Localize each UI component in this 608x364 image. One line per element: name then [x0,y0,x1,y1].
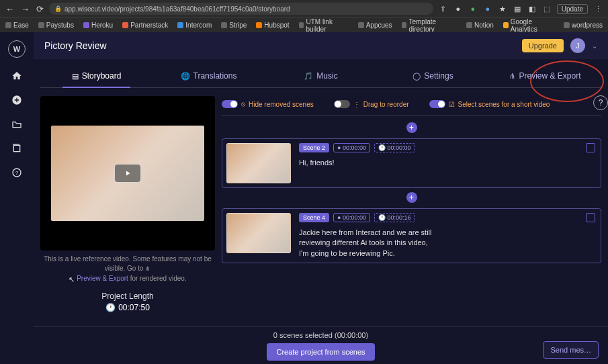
tab-preview-export[interactable]: ⋔Preview & Export [489,64,601,87]
home-icon[interactable] [11,70,23,82]
bookmark-item[interactable]: Template directory [402,18,457,33]
browser-menu-icon[interactable]: ⋮ [593,4,603,13]
globe-icon: 🌐 [181,72,190,81]
bookmark-item[interactable]: Google Analytics [503,18,554,33]
back-button[interactable]: ← [5,4,14,14]
preview-video [40,96,215,251]
bookmarks-bar: Ease Paystubs Heroku Partnerstack Interc… [0,17,608,32]
svg-rect-1 [13,145,19,151]
bookmark-item[interactable]: wordpress [564,21,603,29]
scenes-selected-label: 0 scenes selected (00:00:00) [273,331,368,339]
create-project-button[interactable]: Create project from scenes [267,343,374,361]
share-icon[interactable]: ⇧ [439,4,448,13]
checkbox-icon: ☑ [449,101,455,108]
bookmark-item[interactable]: Hubspot [256,21,289,29]
lock-icon: 🔒 [54,5,62,12]
browser-toolbar: ← → ⟳ 🔒 app.wisecut.video/projects/984fa… [0,0,608,17]
project-length-label: Project Length [40,291,215,301]
add-scene-button[interactable]: + [406,122,417,133]
share-icon: ⋔ [145,265,150,272]
context-help-button[interactable]: ? [593,95,608,110]
top-bar: Pictory Review Upgrade J ⌄ [34,32,608,59]
app-logo[interactable]: W [8,40,26,58]
scene-transcript[interactable]: Jackie here from Interact and we are sti… [299,228,433,259]
music-icon: 🎵 [304,72,313,81]
tab-music[interactable]: 🎵Music [265,64,377,87]
scene-start-time[interactable]: ● 00:00:00 [333,213,370,222]
share-icon: ⋔ [509,72,515,81]
bookmark-item[interactable]: Heroku [83,21,113,29]
bookmark-item[interactable]: UTM link builder [299,18,349,33]
scene-row[interactable]: Scene 2 ● 00:00:00 🕐 00:00:00 Hi, friend… [222,138,601,188]
upgrade-button[interactable]: Upgrade [522,39,564,52]
scene-thumbnail[interactable] [226,143,291,183]
drag-reorder-label: Drag to reorder [363,101,409,108]
tab-settings[interactable]: ◯Settings [377,64,489,87]
reload-button[interactable]: ⟳ [36,4,44,14]
svg-text:?: ? [15,170,19,176]
bookmark-item[interactable]: Ease [5,21,29,29]
left-nav-rail: W ? [0,32,34,364]
project-length-time: 🕐00:07:50 [40,303,215,312]
drag-icon: ⋮ [353,101,360,108]
eye-off-icon: ⦸ [241,100,245,108]
scene-start-time[interactable]: ● 00:00:00 [333,143,370,152]
add-icon[interactable] [11,94,23,106]
clock-icon: 🕐 [105,303,116,312]
scene-end-time[interactable]: 🕐 00:00:00 [374,143,415,152]
extension-icon[interactable]: ◧ [527,4,537,13]
extension-icon[interactable]: ● [483,4,492,13]
folder-icon[interactable] [11,118,23,130]
hide-removed-label: Hide removed scenes [249,101,314,108]
play-button[interactable] [114,164,141,183]
send-message-button[interactable]: Send mes… [543,341,599,359]
scene-thumbnail[interactable] [226,213,291,253]
project-title: Pictory Review [44,40,107,51]
preview-caption: This is a live reference video. Some fea… [40,255,215,283]
settings-icon: ◯ [412,72,421,81]
scene-transcript[interactable]: Hi, friends! [299,158,433,168]
extension-icon[interactable]: ● [453,4,463,13]
select-short-label: Select scenes for a short video [458,101,550,108]
extension-icon[interactable]: ▦ [513,4,522,13]
browser-update-button[interactable]: Update [557,4,588,14]
scene-badge: Scene 4 [299,213,329,222]
bookmark-item[interactable]: Appcues [358,21,392,29]
scene-checkbox[interactable] [586,213,595,222]
toggle-select-short[interactable] [429,100,445,108]
bookmark-item[interactable]: Intercom [177,21,212,29]
help-icon[interactable]: ? [11,167,23,179]
avatar[interactable]: J [570,38,585,53]
footer-bar: 0 scenes selected (00:00:00) Create proj… [34,326,608,364]
url-text: app.wisecut.video/projects/984fa1a63af84… [64,5,290,13]
add-scene-button[interactable]: + [406,192,417,203]
library-icon[interactable] [11,142,23,154]
scene-checkbox[interactable] [586,143,595,152]
tab-storyboard[interactable]: ▤Storyboard [40,64,153,87]
cursor-icon: ↖ [69,275,75,285]
toggle-hide-removed[interactable] [222,100,238,108]
storyboard-icon: ▤ [72,72,79,81]
extension-icon[interactable]: ● [468,4,478,13]
bookmark-item[interactable]: Paystubs [38,21,74,29]
scene-badge: Scene 2 [299,143,329,152]
chevron-down-icon[interactable]: ⌄ [592,42,597,50]
toggle-drag-reorder[interactable] [334,100,350,108]
url-bar[interactable]: 🔒 app.wisecut.video/projects/984fa1a63af… [49,3,433,15]
preview-export-link[interactable]: Preview & Export [77,275,128,282]
bookmark-item[interactable]: Partnerstack [122,21,168,29]
forward-button[interactable]: → [21,4,30,14]
scene-end-time[interactable]: 🕐 00:00:16 [374,213,415,222]
scene-row[interactable]: Scene 4 ● 00:00:00 🕐 00:00:16 Jackie her… [222,208,601,263]
extension-icon[interactable]: ★ [498,4,507,13]
divider [222,115,601,116]
tab-translations[interactable]: 🌐Translations [153,64,265,87]
bookmark-item[interactable]: Stripe [221,21,247,29]
tabs: ▤Storyboard 🌐Translations 🎵Music ◯Settin… [40,64,601,88]
extension-icon[interactable]: ⬚ [542,4,552,13]
bookmark-item[interactable]: Notion [466,21,494,29]
